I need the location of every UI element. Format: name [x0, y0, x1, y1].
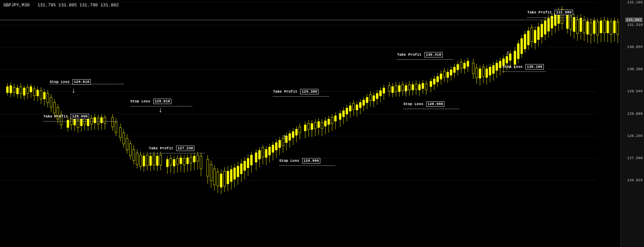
svg-rect-63 [119, 128, 121, 138]
annotation-tp5: Take Profit 131.880 [527, 10, 573, 15]
svg-rect-181 [328, 119, 330, 125]
price-128889: 128.889 [627, 112, 643, 116]
svg-rect-247 [443, 71, 445, 77]
svg-rect-335 [597, 22, 599, 35]
svg-rect-291 [521, 39, 523, 54]
svg-rect-167 [304, 125, 306, 131]
arrow-up-3: ↑ [506, 49, 510, 58]
svg-rect-317 [566, 13, 568, 29]
sl4-price: 128.980 [426, 101, 444, 107]
svg-rect-131 [240, 164, 242, 174]
svg-rect-299 [534, 30, 536, 43]
chart-area: .bull { fill: #ffff00; stroke: #ffff00; … [0, 0, 620, 247]
svg-rect-197 [356, 105, 358, 110]
svg-rect-271 [486, 69, 488, 78]
svg-rect-289 [517, 44, 519, 59]
svg-rect-227 [408, 85, 410, 90]
svg-rect-139 [255, 153, 257, 162]
svg-rect-151 [275, 143, 277, 150]
svg-rect-29 [53, 102, 55, 113]
current-price-line [0, 20, 597, 20]
svg-rect-217 [392, 87, 394, 93]
tp2-label: Take Profit [149, 146, 173, 150]
svg-rect-195 [353, 103, 355, 109]
svg-rect-91 [170, 158, 172, 165]
svg-rect-43 [80, 119, 82, 126]
svg-rect-135 [247, 158, 249, 168]
svg-rect-143 [262, 148, 264, 157]
svg-rect-103 [190, 157, 192, 163]
svg-rect-287 [514, 51, 516, 64]
svg-rect-251 [450, 70, 452, 75]
svg-rect-183 [331, 117, 333, 124]
svg-rect-161 [292, 132, 294, 138]
arrow-down-2: ↓ [158, 106, 163, 114]
tp3-price: 129.380 [300, 89, 318, 94]
sl5-line [502, 71, 546, 72]
svg-rect-77 [143, 156, 145, 166]
svg-rect-101 [187, 158, 189, 164]
tp4-line [397, 59, 453, 60]
svg-rect-203 [366, 97, 368, 103]
tp5-line [527, 17, 577, 18]
annotation-sl5: Stop Loss 130.100 [502, 64, 544, 69]
tp1-label: Take Profit [43, 114, 68, 118]
svg-rect-245 [440, 74, 442, 79]
svg-rect-275 [492, 65, 494, 73]
svg-rect-99 [183, 158, 185, 165]
annotation-tp1: Take Profit 128.660 [43, 114, 89, 119]
sl5-price: 130.100 [525, 64, 544, 69]
annotation-tp3: Take Profit 129.380 [273, 89, 318, 94]
svg-rect-253 [453, 67, 455, 72]
svg-rect-309 [551, 16, 553, 28]
tp3-line [273, 96, 329, 97]
price-130855: 130.855 [627, 45, 643, 49]
svg-rect-1 [6, 87, 8, 93]
svg-rect-319 [570, 16, 572, 30]
svg-rect-267 [479, 69, 481, 78]
sl5-label: Stop Loss [502, 65, 522, 69]
sl3-price: 126.960 [302, 158, 320, 163]
svg-rect-115 [213, 169, 215, 185]
tp2-line [149, 153, 205, 153]
svg-rect-325 [580, 18, 582, 32]
sl2-price: 129.010 [153, 99, 171, 104]
svg-rect-163 [295, 129, 297, 135]
ohlc: 131.795 131.805 131.790 131.802 [37, 3, 119, 8]
annotation-sl2: Stop Loss 129.010 [130, 99, 171, 104]
svg-rect-11 [23, 88, 25, 95]
svg-rect-71 [133, 149, 135, 160]
svg-rect-145 [265, 149, 267, 157]
svg-rect-81 [150, 156, 152, 165]
svg-rect-263 [472, 63, 474, 74]
svg-rect-73 [136, 153, 138, 165]
svg-rect-83 [153, 155, 155, 165]
sl1-label: Stop Loss [50, 80, 70, 84]
svg-rect-343 [610, 22, 612, 35]
svg-rect-301 [537, 27, 539, 40]
svg-rect-235 [422, 83, 424, 89]
svg-rect-55 [100, 117, 103, 123]
svg-rect-65 [123, 133, 125, 144]
svg-rect-79 [146, 155, 148, 166]
svg-rect-159 [289, 134, 291, 140]
price-126925: 126.925 [627, 178, 643, 182]
svg-rect-149 [272, 145, 274, 152]
svg-rect-293 [524, 34, 526, 49]
svg-rect-323 [576, 19, 578, 34]
svg-rect-191 [346, 108, 348, 114]
svg-rect-213 [383, 88, 385, 93]
svg-rect-109 [200, 156, 202, 169]
svg-rect-249 [447, 72, 449, 78]
svg-rect-153 [279, 140, 281, 148]
svg-rect-169 [308, 124, 310, 130]
tp2-price: 127.230 [176, 146, 194, 151]
svg-rect-47 [87, 119, 89, 126]
svg-rect-171 [311, 124, 313, 130]
svg-rect-211 [379, 91, 381, 96]
svg-rect-273 [489, 67, 491, 75]
svg-rect-259 [464, 63, 466, 68]
annotation-sl3: Stop Loss 126.960 [279, 158, 320, 163]
svg-rect-13 [27, 87, 29, 93]
tp4-price: 130.410 [425, 52, 443, 57]
